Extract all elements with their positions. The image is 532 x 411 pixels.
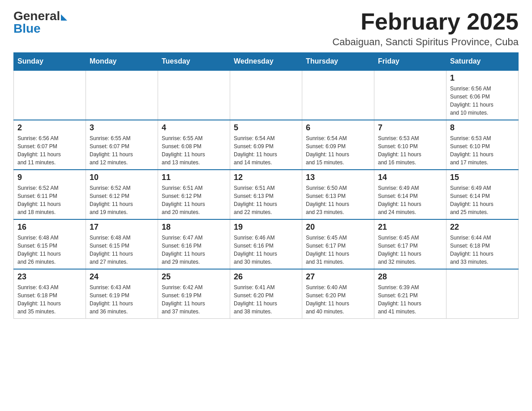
day-number: 5 [234,123,298,133]
day-info: Sunrise: 6:41 AMSunset: 6:20 PMDaylight:… [234,283,298,316]
day-info: Sunrise: 6:47 AMSunset: 6:16 PMDaylight:… [162,234,226,266]
day-info: Sunrise: 6:53 AMSunset: 6:10 PMDaylight:… [450,134,515,167]
calendar-cell: 22Sunrise: 6:44 AMSunset: 6:18 PMDayligh… [446,219,519,269]
day-info: Sunrise: 6:45 AMSunset: 6:17 PMDaylight:… [378,234,442,266]
calendar-header-row: SundayMondayTuesdayWednesdayThursdayFrid… [14,53,519,71]
day-number: 11 [162,173,226,182]
day-number: 14 [378,173,442,182]
day-info: Sunrise: 6:50 AMSunset: 6:13 PMDaylight:… [306,184,370,216]
day-info: Sunrise: 6:53 AMSunset: 6:10 PMDaylight:… [378,134,442,167]
calendar-cell: 13Sunrise: 6:50 AMSunset: 6:13 PMDayligh… [302,170,374,219]
day-info: Sunrise: 6:56 AMSunset: 6:07 PMDaylight:… [17,134,82,167]
calendar-week-row-1: 1Sunrise: 6:56 AMSunset: 6:06 PMDaylight… [14,70,519,120]
day-info: Sunrise: 6:45 AMSunset: 6:17 PMDaylight:… [306,234,370,266]
day-number: 10 [90,173,154,182]
calendar-week-row-4: 16Sunrise: 6:48 AMSunset: 6:15 PMDayligh… [14,219,519,269]
day-info: Sunrise: 6:42 AMSunset: 6:19 PMDaylight:… [162,283,226,316]
day-number: 19 [234,223,298,232]
calendar-cell [158,70,230,120]
calendar-cell: 17Sunrise: 6:48 AMSunset: 6:15 PMDayligh… [86,219,158,269]
day-number: 20 [306,223,370,232]
calendar-cell: 7Sunrise: 6:53 AMSunset: 6:10 PMDaylight… [374,120,446,170]
calendar-cell: 4Sunrise: 6:55 AMSunset: 6:08 PMDaylight… [158,120,230,170]
day-number: 27 [306,272,370,282]
logo: General Blue [13,9,67,36]
calendar-cell: 10Sunrise: 6:52 AMSunset: 6:12 PMDayligh… [86,170,158,219]
day-number: 18 [162,223,226,232]
calendar-cell [446,269,519,319]
calendar-cell: 11Sunrise: 6:51 AMSunset: 6:12 PMDayligh… [158,170,230,219]
day-number: 7 [378,123,442,133]
calendar-day-header-monday: Monday [86,53,158,71]
day-info: Sunrise: 6:51 AMSunset: 6:13 PMDaylight:… [234,184,298,216]
logo-arrow-icon [61,14,67,21]
day-number: 8 [450,123,515,133]
day-info: Sunrise: 6:54 AMSunset: 6:09 PMDaylight:… [234,134,298,167]
day-number: 3 [90,123,154,133]
calendar-cell: 27Sunrise: 6:40 AMSunset: 6:20 PMDayligh… [302,269,374,319]
calendar-week-row-5: 23Sunrise: 6:43 AMSunset: 6:18 PMDayligh… [14,269,519,319]
calendar-cell: 6Sunrise: 6:54 AMSunset: 6:09 PMDaylight… [302,120,374,170]
calendar-cell: 25Sunrise: 6:42 AMSunset: 6:19 PMDayligh… [158,269,230,319]
day-info: Sunrise: 6:46 AMSunset: 6:16 PMDaylight:… [234,234,298,266]
calendar-cell: 23Sunrise: 6:43 AMSunset: 6:18 PMDayligh… [14,269,86,319]
calendar-cell: 16Sunrise: 6:48 AMSunset: 6:15 PMDayligh… [14,219,86,269]
calendar-cell: 1Sunrise: 6:56 AMSunset: 6:06 PMDaylight… [446,70,519,120]
day-number: 12 [234,173,298,182]
day-number: 2 [17,123,82,133]
calendar-cell: 9Sunrise: 6:52 AMSunset: 6:11 PMDaylight… [14,170,86,219]
calendar-day-header-tuesday: Tuesday [158,53,230,71]
day-number: 1 [450,73,515,83]
calendar-subtitle: Cabaiguan, Sancti Spiritus Province, Cub… [332,36,519,48]
day-info: Sunrise: 6:48 AMSunset: 6:15 PMDaylight:… [17,234,82,266]
calendar-cell: 5Sunrise: 6:54 AMSunset: 6:09 PMDaylight… [230,120,302,170]
day-number: 24 [90,272,154,282]
day-info: Sunrise: 6:39 AMSunset: 6:21 PMDaylight:… [378,283,442,316]
day-info: Sunrise: 6:43 AMSunset: 6:18 PMDaylight:… [17,283,82,316]
calendar-table: SundayMondayTuesdayWednesdayThursdayFrid… [13,52,519,319]
day-info: Sunrise: 6:55 AMSunset: 6:08 PMDaylight:… [162,134,226,167]
day-info: Sunrise: 6:55 AMSunset: 6:07 PMDaylight:… [90,134,154,167]
calendar-cell: 21Sunrise: 6:45 AMSunset: 6:17 PMDayligh… [374,219,446,269]
day-number: 25 [162,272,226,282]
day-number: 21 [378,223,442,232]
day-number: 23 [17,272,82,282]
day-info: Sunrise: 6:51 AMSunset: 6:12 PMDaylight:… [162,184,226,216]
logo-blue-text: Blue [13,21,67,36]
calendar-cell [14,70,86,120]
day-number: 17 [90,223,154,232]
day-info: Sunrise: 6:54 AMSunset: 6:09 PMDaylight:… [306,134,370,167]
day-number: 15 [450,173,515,182]
day-number: 6 [306,123,370,133]
calendar-cell: 28Sunrise: 6:39 AMSunset: 6:21 PMDayligh… [374,269,446,319]
day-info: Sunrise: 6:52 AMSunset: 6:11 PMDaylight:… [17,184,82,216]
calendar-day-header-wednesday: Wednesday [230,53,302,71]
day-info: Sunrise: 6:48 AMSunset: 6:15 PMDaylight:… [90,234,154,266]
day-info: Sunrise: 6:56 AMSunset: 6:06 PMDaylight:… [450,85,515,117]
calendar-week-row-2: 2Sunrise: 6:56 AMSunset: 6:07 PMDaylight… [14,120,519,170]
day-number: 22 [450,223,515,232]
day-number: 16 [17,223,82,232]
day-info: Sunrise: 6:52 AMSunset: 6:12 PMDaylight:… [90,184,154,216]
calendar-week-row-3: 9Sunrise: 6:52 AMSunset: 6:11 PMDaylight… [14,170,519,219]
calendar-cell: 26Sunrise: 6:41 AMSunset: 6:20 PMDayligh… [230,269,302,319]
calendar-cell: 18Sunrise: 6:47 AMSunset: 6:16 PMDayligh… [158,219,230,269]
calendar-cell [302,70,374,120]
calendar-cell: 2Sunrise: 6:56 AMSunset: 6:07 PMDaylight… [14,120,86,170]
day-info: Sunrise: 6:40 AMSunset: 6:20 PMDaylight:… [306,283,370,316]
calendar-cell [230,70,302,120]
calendar-cell: 20Sunrise: 6:45 AMSunset: 6:17 PMDayligh… [302,219,374,269]
day-info: Sunrise: 6:49 AMSunset: 6:14 PMDaylight:… [450,184,515,216]
calendar-day-header-sunday: Sunday [14,53,86,71]
day-number: 28 [378,272,442,282]
calendar-cell: 12Sunrise: 6:51 AMSunset: 6:13 PMDayligh… [230,170,302,219]
calendar-cell [86,70,158,120]
day-number: 13 [306,173,370,182]
calendar-title: February 2025 [360,9,519,34]
calendar-cell: 14Sunrise: 6:49 AMSunset: 6:14 PMDayligh… [374,170,446,219]
calendar-day-header-thursday: Thursday [302,53,374,71]
calendar-title-area: February 2025 Cabaiguan, Sancti Spiritus… [332,9,519,48]
calendar-day-header-saturday: Saturday [446,53,519,71]
day-info: Sunrise: 6:43 AMSunset: 6:19 PMDaylight:… [90,283,154,316]
calendar-cell: 8Sunrise: 6:53 AMSunset: 6:10 PMDaylight… [446,120,519,170]
